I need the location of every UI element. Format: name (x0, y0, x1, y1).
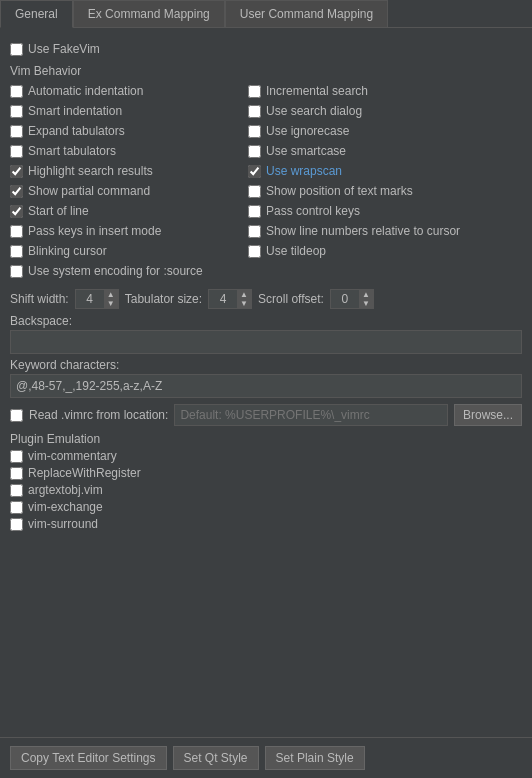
keyword-chars-input[interactable] (10, 374, 522, 398)
set-plain-style-button[interactable]: Set Plain Style (265, 746, 365, 770)
tabulator-size-down[interactable]: ▼ (237, 299, 251, 308)
right-checkbox-7[interactable] (248, 225, 261, 238)
set-qt-style-button[interactable]: Set Qt Style (173, 746, 259, 770)
use-fakevim-checkbox[interactable] (10, 43, 23, 56)
plugin-label-4[interactable]: vim-surround (28, 517, 98, 531)
left-checkbox-row: Start of line (10, 204, 240, 218)
left-checkbox-0[interactable] (10, 85, 23, 98)
plugin-emulation-label: Plugin Emulation (10, 432, 522, 446)
browse-button[interactable]: Browse... (454, 404, 522, 426)
left-checkbox-2[interactable] (10, 125, 23, 138)
right-checkbox-label-7[interactable]: Show line numbers relative to cursor (266, 224, 460, 238)
plugin-row: argtextobj.vim (10, 483, 522, 497)
left-checkbox-7[interactable] (10, 225, 23, 238)
right-checkbox-4[interactable] (248, 165, 261, 178)
main-content: Use FakeVim Vim Behavior Automatic inden… (0, 28, 532, 762)
scroll-offset-down[interactable]: ▼ (359, 299, 373, 308)
right-checkbox-8[interactable] (248, 245, 261, 258)
tab-ex-command-mapping[interactable]: Ex Command Mapping (73, 0, 225, 27)
right-checkbox-label-8[interactable]: Use tildeop (266, 244, 326, 258)
right-checkbox-label-1[interactable]: Use search dialog (266, 104, 362, 118)
left-checkbox-row: Expand tabulators (10, 124, 240, 138)
right-checkbox-2[interactable] (248, 125, 261, 138)
right-checkbox-0[interactable] (248, 85, 261, 98)
left-checkbox-row: Use system encoding for :source (10, 264, 240, 278)
tabulator-size-spinner[interactable]: ▲ ▼ (208, 289, 252, 309)
left-checkbox-label-5[interactable]: Show partial command (28, 184, 150, 198)
use-fakevim-label[interactable]: Use FakeVim (28, 42, 100, 56)
left-checkbox-1[interactable] (10, 105, 23, 118)
left-checkbox-label-2[interactable]: Expand tabulators (28, 124, 125, 138)
plugin-checkbox-0[interactable] (10, 450, 23, 463)
plugin-label-2[interactable]: argtextobj.vim (28, 483, 103, 497)
left-checkbox-row: Smart tabulators (10, 144, 240, 158)
right-checkbox-6[interactable] (248, 205, 261, 218)
right-checkbox-label-0[interactable]: Incremental search (266, 84, 368, 98)
left-checkbox-6[interactable] (10, 205, 23, 218)
left-checkbox-label-4[interactable]: Highlight search results (28, 164, 153, 178)
right-checkbox-label-5[interactable]: Show position of text marks (266, 184, 413, 198)
left-checkbox-label-1[interactable]: Smart indentation (28, 104, 122, 118)
left-checkbox-3[interactable] (10, 145, 23, 158)
shift-width-spinner[interactable]: ▲ ▼ (75, 289, 119, 309)
right-checkboxes-col: Incremental searchUse search dialogUse i… (248, 81, 522, 281)
right-checkbox-label-6[interactable]: Pass control keys (266, 204, 360, 218)
vim-behavior-checkboxes: Automatic indentationSmart indentationEx… (10, 81, 522, 281)
left-checkbox-8[interactable] (10, 245, 23, 258)
number-fields-row: Shift width: ▲ ▼ Tabulator size: ▲ ▼ Scr… (10, 289, 522, 309)
scroll-offset-spin-btns: ▲ ▼ (359, 290, 373, 308)
right-checkbox-row: Show line numbers relative to cursor (248, 224, 522, 238)
plugin-label-1[interactable]: ReplaceWithRegister (28, 466, 141, 480)
tabs-bar: General Ex Command Mapping User Command … (0, 0, 532, 28)
right-checkbox-3[interactable] (248, 145, 261, 158)
scroll-offset-up[interactable]: ▲ (359, 290, 373, 299)
right-checkbox-row: Use search dialog (248, 104, 522, 118)
right-checkbox-1[interactable] (248, 105, 261, 118)
left-checkbox-9[interactable] (10, 265, 23, 278)
tab-general[interactable]: General (0, 0, 73, 28)
shift-width-up[interactable]: ▲ (104, 290, 118, 299)
left-checkbox-label-0[interactable]: Automatic indentation (28, 84, 143, 98)
shift-width-input[interactable] (76, 291, 104, 307)
right-checkbox-label-2[interactable]: Use ignorecase (266, 124, 349, 138)
left-checkbox-5[interactable] (10, 185, 23, 198)
use-fakevim-row: Use FakeVim (10, 42, 522, 56)
right-checkbox-5[interactable] (248, 185, 261, 198)
shift-width-down[interactable]: ▼ (104, 299, 118, 308)
left-checkboxes-col: Automatic indentationSmart indentationEx… (10, 81, 240, 281)
right-checkbox-label-3[interactable]: Use smartcase (266, 144, 346, 158)
copy-text-editor-button[interactable]: Copy Text Editor Settings (10, 746, 167, 770)
scroll-offset-spinner[interactable]: ▲ ▼ (330, 289, 374, 309)
tab-user-command-mapping[interactable]: User Command Mapping (225, 0, 388, 27)
read-vimrc-checkbox[interactable] (10, 409, 23, 422)
left-checkbox-label-7[interactable]: Pass keys in insert mode (28, 224, 161, 238)
left-checkbox-label-3[interactable]: Smart tabulators (28, 144, 116, 158)
scroll-offset-input[interactable] (331, 291, 359, 307)
vimrc-path-input[interactable] (174, 404, 448, 426)
keyword-chars-label: Keyword characters: (10, 358, 522, 372)
right-checkbox-label-4[interactable]: Use wrapscan (266, 164, 342, 178)
plugin-checkbox-2[interactable] (10, 484, 23, 497)
tabulator-size-input[interactable] (209, 291, 237, 307)
plugin-emulation-section: Plugin Emulation vim-commentaryReplaceWi… (10, 432, 522, 531)
left-checkbox-label-8[interactable]: Blinking cursor (28, 244, 107, 258)
plugin-label-3[interactable]: vim-exchange (28, 500, 103, 514)
read-vimrc-row: Read .vimrc from location: Browse... (10, 404, 522, 426)
left-checkbox-4[interactable] (10, 165, 23, 178)
bottom-bar: Copy Text Editor Settings Set Qt Style S… (0, 737, 532, 778)
read-vimrc-label[interactable]: Read .vimrc from location: (29, 408, 168, 422)
plugins-container: vim-commentaryReplaceWithRegisterargtext… (10, 449, 522, 531)
vim-behavior-label: Vim Behavior (10, 64, 522, 78)
plugin-label-0[interactable]: vim-commentary (28, 449, 117, 463)
left-checkbox-row: Smart indentation (10, 104, 240, 118)
right-checkbox-row: Show position of text marks (248, 184, 522, 198)
plugin-checkbox-3[interactable] (10, 501, 23, 514)
backspace-input[interactable] (10, 330, 522, 354)
left-checkbox-label-9[interactable]: Use system encoding for :source (28, 264, 203, 278)
left-checkbox-label-6[interactable]: Start of line (28, 204, 89, 218)
plugin-checkbox-4[interactable] (10, 518, 23, 531)
left-checkbox-row: Blinking cursor (10, 244, 240, 258)
shift-width-label: Shift width: (10, 292, 69, 306)
plugin-checkbox-1[interactable] (10, 467, 23, 480)
tabulator-size-up[interactable]: ▲ (237, 290, 251, 299)
